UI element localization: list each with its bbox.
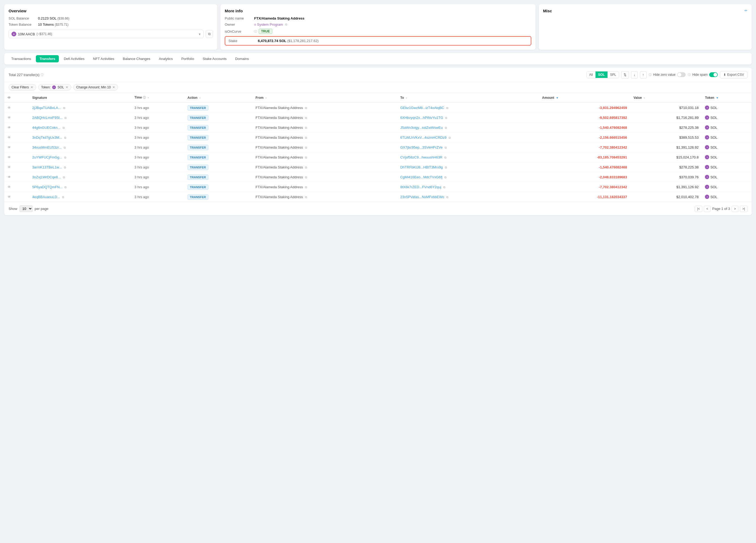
tab-transfers[interactable]: Transfers: [36, 55, 59, 62]
eye-icon[interactable]: 👁: [7, 165, 11, 169]
to-link[interactable]: DhTRFbKtJ8...HBtT3Mrx9g: [400, 165, 443, 169]
clear-filters-close-icon[interactable]: ✕: [30, 85, 33, 89]
prev-page-btn[interactable]: <: [704, 206, 711, 212]
copy-from-icon[interactable]: ⧉: [305, 146, 307, 149]
eye-icon[interactable]: 👁: [7, 116, 11, 120]
copy-sig-icon[interactable]: ⧉: [62, 195, 64, 199]
copy-sig-icon[interactable]: ⧉: [64, 136, 66, 139]
to-link[interactable]: J5aWv3oigy...sstZwWswEu: [400, 125, 443, 130]
sort-toggle-btn[interactable]: ⇅: [621, 71, 629, 78]
copy-owner-icon[interactable]: ⧉: [285, 23, 287, 26]
last-page-btn[interactable]: >|: [740, 206, 747, 212]
to-link[interactable]: GX7jbc95ep...3SVeHFrZVe: [400, 145, 442, 149]
filter-amount-tag[interactable]: Change Amount: Min 10 ✕: [73, 84, 118, 90]
tab-stake-accounts[interactable]: Stake Accounts: [199, 55, 230, 62]
copy-to-icon[interactable]: ⧉: [449, 136, 451, 139]
filter-clear-tag[interactable]: Clear Filters ✕: [9, 84, 36, 90]
sig-link[interactable]: 34xusMmEU53zr...: [32, 145, 62, 149]
tab-balance-changes[interactable]: Balance Changes: [119, 55, 154, 62]
eye-icon[interactable]: 👁: [7, 195, 11, 199]
sig-link[interactable]: 3armK13TBeL1w...: [32, 165, 62, 169]
to-link[interactable]: CgMi416Eeo...MdcTVxG6fj: [400, 175, 442, 179]
sig-link[interactable]: 4eqBBAuaouLD...: [32, 195, 60, 199]
sig-link[interactable]: 44g6nGUECokn...: [32, 125, 60, 130]
copy-sig-icon[interactable]: ⧉: [64, 116, 67, 119]
copy-from-icon[interactable]: ⧉: [305, 195, 307, 199]
per-page-select[interactable]: 10 25 50: [20, 205, 33, 212]
copy-sig-icon[interactable]: ⧉: [64, 146, 66, 149]
eye-icon[interactable]: 👁: [7, 185, 11, 189]
export-csv-button[interactable]: ⬇ Export CSV: [720, 71, 747, 78]
action-filter-icon[interactable]: ▼: [199, 97, 201, 99]
filter-all-btn[interactable]: All: [587, 71, 595, 78]
value-filter-icon[interactable]: ▼: [643, 97, 646, 99]
eye-icon[interactable]: 👁: [7, 155, 11, 159]
to-link[interactable]: CVjsf58zC9...hwuushH63R: [400, 155, 442, 159]
copy-sig-icon[interactable]: ⧉: [63, 176, 65, 179]
copy-from-icon[interactable]: ⧉: [305, 106, 307, 109]
to-link[interactable]: GEbz1GwzM8...izT4oAtqBC: [400, 106, 444, 110]
copy-from-icon[interactable]: ⧉: [305, 126, 307, 129]
from-filter-icon[interactable]: ▼: [265, 97, 267, 99]
copy-to-icon[interactable]: ⧉: [446, 106, 448, 109]
copy-button[interactable]: ⧉: [206, 30, 213, 38]
sig-link[interactable]: 3oZvj1WrDCqe8...: [32, 175, 61, 179]
copy-sig-icon[interactable]: ⧉: [64, 185, 67, 189]
filter-token-tag[interactable]: Token: ≡ SOL ✕: [38, 84, 71, 90]
hide-zero-toggle[interactable]: [677, 72, 686, 77]
eye-icon[interactable]: 👁: [7, 106, 11, 110]
sig-link[interactable]: 3nDqTkd7gUx3M...: [32, 135, 62, 139]
sig-link[interactable]: 5P6yaDQTQmFN...: [32, 185, 62, 189]
copy-sig-icon[interactable]: ⧉: [64, 166, 66, 169]
sig-link[interactable]: 2ABQHcLmxF9St...: [32, 116, 62, 120]
eye-icon[interactable]: 👁: [7, 145, 11, 149]
to-link[interactable]: 23n5PVafas...NxMFvbbEWo: [400, 195, 444, 199]
filter-spl-btn[interactable]: SPL: [608, 71, 619, 78]
token-filter-close-icon[interactable]: ✕: [66, 85, 68, 89]
hide-spam-toggle[interactable]: [709, 72, 718, 77]
copy-from-icon[interactable]: ⧉: [305, 116, 307, 119]
copy-to-icon[interactable]: ⧉: [443, 185, 445, 189]
sig-link[interactable]: 2uYWFUCjFmGg...: [32, 155, 62, 159]
next-page-btn[interactable]: >: [732, 206, 738, 212]
tab-nft-activities[interactable]: NFT Activities: [89, 55, 118, 62]
copy-sig-icon[interactable]: ⧉: [64, 156, 66, 159]
owner-link[interactable]: ≡ System Program ⧉: [254, 22, 287, 26]
tab-domains[interactable]: Domains: [231, 55, 253, 62]
eye-icon[interactable]: 👁: [7, 135, 11, 139]
tab-analytics[interactable]: Analytics: [155, 55, 177, 62]
sort-desc-btn[interactable]: ↓: [631, 71, 638, 78]
copy-from-icon[interactable]: ⧉: [305, 136, 307, 139]
token-dropdown[interactable]: A 10M AACB (~$371.46) ▾: [9, 30, 204, 38]
copy-sig-icon[interactable]: ⧉: [63, 106, 65, 109]
copy-to-icon[interactable]: ⧉: [445, 146, 447, 149]
copy-to-icon[interactable]: ⧉: [445, 116, 447, 119]
to-filter-icon[interactable]: ▼: [405, 97, 407, 99]
token-filter-icon[interactable]: ▼: [716, 96, 719, 99]
copy-to-icon[interactable]: ⧉: [445, 126, 447, 129]
eye-icon[interactable]: 👁: [7, 175, 11, 179]
first-page-btn[interactable]: |<: [695, 206, 702, 212]
tab-defi-activities[interactable]: Defi Activities: [60, 55, 88, 62]
to-link[interactable]: 6XHbvyqn2x...hPtNvYu1TG: [400, 116, 443, 120]
filter-sol-btn[interactable]: SOL: [595, 71, 608, 78]
copy-to-icon[interactable]: ⧉: [444, 176, 446, 179]
copy-sig-icon[interactable]: ⧉: [63, 126, 65, 129]
copy-from-icon[interactable]: ⧉: [305, 176, 307, 179]
time-filter-icon[interactable]: ▼: [147, 97, 149, 99]
copy-to-icon[interactable]: ⧉: [445, 166, 447, 169]
to-link[interactable]: 6TLWLhVKxV...4szmHCRDz9: [400, 135, 446, 139]
eye-icon[interactable]: 👁: [7, 125, 11, 130]
tab-portfolio[interactable]: Portfolio: [178, 55, 198, 62]
copy-to-icon[interactable]: ⧉: [446, 195, 448, 199]
amount-filter-icon[interactable]: ▼: [556, 96, 559, 99]
copy-from-icon[interactable]: ⧉: [305, 185, 307, 189]
edit-icon[interactable]: ✏: [744, 9, 747, 13]
copy-from-icon[interactable]: ⧉: [305, 166, 307, 169]
to-link[interactable]: 8tX6k7rZED...FVnd6Y2quj: [400, 185, 441, 189]
sort-asc-btn[interactable]: ↑: [640, 71, 647, 78]
amount-filter-close-icon[interactable]: ✕: [112, 85, 115, 89]
sig-link[interactable]: 2jJBqaTUABxLA...: [32, 106, 61, 110]
tab-transactions[interactable]: Transactions: [7, 55, 35, 62]
copy-to-icon[interactable]: ⧉: [444, 156, 446, 159]
